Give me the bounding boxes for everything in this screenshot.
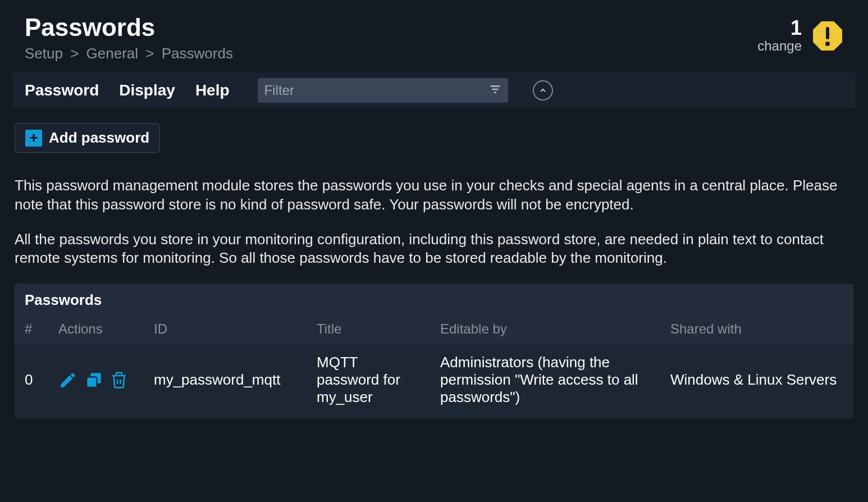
changes-label: change [757, 38, 802, 54]
col-header-shared: Shared with [660, 316, 853, 345]
col-header-editable: Editable by [430, 316, 660, 345]
breadcrumb-item[interactable]: Setup [25, 45, 63, 62]
warning-icon [812, 20, 843, 52]
table-title: Passwords [15, 284, 853, 316]
menu-display[interactable]: Display [119, 81, 175, 99]
cell-num: 0 [15, 345, 48, 418]
cell-shared: Windows & Linux Servers [660, 345, 853, 418]
description-paragraph: This password management module stores t… [15, 176, 853, 215]
cell-editable: Administrators (having the permission "W… [430, 345, 660, 418]
svg-rect-7 [86, 377, 97, 387]
menubar: Password Display Help [12, 72, 856, 108]
delete-icon[interactable] [110, 371, 128, 389]
cell-title: MQTT password for my_user [307, 345, 430, 418]
svg-point-2 [825, 42, 830, 46]
collapse-button[interactable] [533, 80, 553, 101]
filter-icon [489, 83, 501, 98]
col-header-title: Title [307, 316, 430, 345]
filter-field[interactable] [258, 78, 508, 103]
description-text: This password management module stores t… [0, 153, 868, 268]
menu-password[interactable]: Password [25, 81, 99, 99]
breadcrumb: Setup > General > Passwords [25, 45, 233, 62]
pending-changes[interactable]: 1 change [757, 13, 843, 54]
changes-count: 1 [757, 18, 802, 38]
breadcrumb-separator: > [145, 45, 154, 62]
table-row: 0 [15, 345, 853, 418]
breadcrumb-separator: > [70, 45, 79, 62]
cell-id: my_password_mqtt [144, 345, 307, 418]
svg-rect-1 [826, 27, 829, 39]
col-header-num: # [15, 316, 48, 345]
edit-icon[interactable] [58, 371, 77, 390]
filter-input[interactable] [264, 83, 489, 98]
breadcrumb-item[interactable]: Passwords [162, 45, 233, 62]
plus-icon: + [25, 130, 42, 147]
passwords-table: # Actions ID Title Editable by Shared wi… [15, 316, 853, 418]
breadcrumb-item[interactable]: General [86, 45, 139, 62]
clone-icon[interactable] [84, 371, 103, 390]
menu-help[interactable]: Help [195, 81, 230, 99]
page-title: Passwords [25, 13, 233, 42]
col-header-id: ID [144, 316, 307, 345]
col-header-actions: Actions [48, 316, 144, 345]
add-password-button[interactable]: + Add password [15, 123, 160, 153]
description-paragraph: All the passwords you store in your moni… [15, 230, 853, 268]
add-password-label: Add password [49, 129, 149, 147]
